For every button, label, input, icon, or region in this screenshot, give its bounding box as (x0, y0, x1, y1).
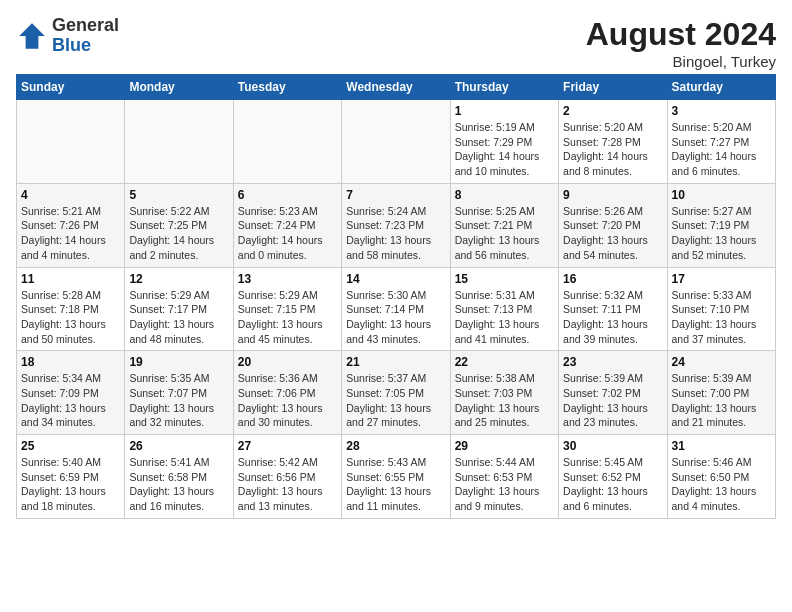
calendar-cell (125, 100, 233, 184)
day-info: Sunrise: 5:43 AMSunset: 6:55 PMDaylight:… (346, 455, 445, 514)
day-number: 16 (563, 272, 662, 286)
page-header: General Blue August 2024 Bingoel, Turkey (16, 16, 776, 70)
calendar-week-row: 1Sunrise: 5:19 AMSunset: 7:29 PMDaylight… (17, 100, 776, 184)
day-info: Sunrise: 5:22 AMSunset: 7:25 PMDaylight:… (129, 204, 228, 263)
logo: General Blue (16, 16, 119, 56)
calendar-cell: 28Sunrise: 5:43 AMSunset: 6:55 PMDayligh… (342, 435, 450, 519)
calendar-week-row: 25Sunrise: 5:40 AMSunset: 6:59 PMDayligh… (17, 435, 776, 519)
day-number: 18 (21, 355, 120, 369)
day-info: Sunrise: 5:39 AMSunset: 7:00 PMDaylight:… (672, 371, 771, 430)
day-number: 30 (563, 439, 662, 453)
calendar-cell: 27Sunrise: 5:42 AMSunset: 6:56 PMDayligh… (233, 435, 341, 519)
day-info: Sunrise: 5:38 AMSunset: 7:03 PMDaylight:… (455, 371, 554, 430)
day-info: Sunrise: 5:37 AMSunset: 7:05 PMDaylight:… (346, 371, 445, 430)
day-info: Sunrise: 5:21 AMSunset: 7:26 PMDaylight:… (21, 204, 120, 263)
logo-blue: Blue (52, 36, 119, 56)
calendar-cell: 14Sunrise: 5:30 AMSunset: 7:14 PMDayligh… (342, 267, 450, 351)
day-info: Sunrise: 5:46 AMSunset: 6:50 PMDaylight:… (672, 455, 771, 514)
day-info: Sunrise: 5:39 AMSunset: 7:02 PMDaylight:… (563, 371, 662, 430)
day-info: Sunrise: 5:24 AMSunset: 7:23 PMDaylight:… (346, 204, 445, 263)
calendar-cell: 7Sunrise: 5:24 AMSunset: 7:23 PMDaylight… (342, 183, 450, 267)
day-info: Sunrise: 5:23 AMSunset: 7:24 PMDaylight:… (238, 204, 337, 263)
calendar-cell: 2Sunrise: 5:20 AMSunset: 7:28 PMDaylight… (559, 100, 667, 184)
calendar-cell: 20Sunrise: 5:36 AMSunset: 7:06 PMDayligh… (233, 351, 341, 435)
day-number: 23 (563, 355, 662, 369)
calendar-week-row: 4Sunrise: 5:21 AMSunset: 7:26 PMDaylight… (17, 183, 776, 267)
calendar-cell (342, 100, 450, 184)
calendar-cell (233, 100, 341, 184)
calendar-cell: 26Sunrise: 5:41 AMSunset: 6:58 PMDayligh… (125, 435, 233, 519)
day-number: 9 (563, 188, 662, 202)
title-block: August 2024 Bingoel, Turkey (586, 16, 776, 70)
calendar-cell: 3Sunrise: 5:20 AMSunset: 7:27 PMDaylight… (667, 100, 775, 184)
calendar-cell: 22Sunrise: 5:38 AMSunset: 7:03 PMDayligh… (450, 351, 558, 435)
day-info: Sunrise: 5:28 AMSunset: 7:18 PMDaylight:… (21, 288, 120, 347)
day-number: 1 (455, 104, 554, 118)
day-info: Sunrise: 5:41 AMSunset: 6:58 PMDaylight:… (129, 455, 228, 514)
day-number: 14 (346, 272, 445, 286)
day-of-week-header: Monday (125, 75, 233, 100)
calendar-cell: 1Sunrise: 5:19 AMSunset: 7:29 PMDaylight… (450, 100, 558, 184)
day-number: 25 (21, 439, 120, 453)
svg-marker-0 (19, 23, 45, 49)
day-number: 24 (672, 355, 771, 369)
day-number: 4 (21, 188, 120, 202)
calendar-cell: 24Sunrise: 5:39 AMSunset: 7:00 PMDayligh… (667, 351, 775, 435)
day-number: 10 (672, 188, 771, 202)
logo-icon (16, 20, 48, 52)
day-info: Sunrise: 5:30 AMSunset: 7:14 PMDaylight:… (346, 288, 445, 347)
calendar-cell: 16Sunrise: 5:32 AMSunset: 7:11 PMDayligh… (559, 267, 667, 351)
calendar-header-row: SundayMondayTuesdayWednesdayThursdayFrid… (17, 75, 776, 100)
logo-general: General (52, 16, 119, 36)
day-number: 12 (129, 272, 228, 286)
day-info: Sunrise: 5:31 AMSunset: 7:13 PMDaylight:… (455, 288, 554, 347)
calendar-week-row: 11Sunrise: 5:28 AMSunset: 7:18 PMDayligh… (17, 267, 776, 351)
day-number: 13 (238, 272, 337, 286)
day-info: Sunrise: 5:27 AMSunset: 7:19 PMDaylight:… (672, 204, 771, 263)
month-title: August 2024 (586, 16, 776, 53)
calendar-cell: 21Sunrise: 5:37 AMSunset: 7:05 PMDayligh… (342, 351, 450, 435)
calendar-cell: 15Sunrise: 5:31 AMSunset: 7:13 PMDayligh… (450, 267, 558, 351)
day-number: 27 (238, 439, 337, 453)
day-info: Sunrise: 5:32 AMSunset: 7:11 PMDaylight:… (563, 288, 662, 347)
calendar-cell: 18Sunrise: 5:34 AMSunset: 7:09 PMDayligh… (17, 351, 125, 435)
day-of-week-header: Sunday (17, 75, 125, 100)
day-of-week-header: Thursday (450, 75, 558, 100)
calendar-week-row: 18Sunrise: 5:34 AMSunset: 7:09 PMDayligh… (17, 351, 776, 435)
calendar-cell (17, 100, 125, 184)
calendar-cell: 13Sunrise: 5:29 AMSunset: 7:15 PMDayligh… (233, 267, 341, 351)
calendar-table: SundayMondayTuesdayWednesdayThursdayFrid… (16, 74, 776, 519)
day-number: 11 (21, 272, 120, 286)
calendar-cell: 30Sunrise: 5:45 AMSunset: 6:52 PMDayligh… (559, 435, 667, 519)
location: Bingoel, Turkey (586, 53, 776, 70)
calendar-cell: 5Sunrise: 5:22 AMSunset: 7:25 PMDaylight… (125, 183, 233, 267)
calendar-cell: 25Sunrise: 5:40 AMSunset: 6:59 PMDayligh… (17, 435, 125, 519)
calendar-cell: 23Sunrise: 5:39 AMSunset: 7:02 PMDayligh… (559, 351, 667, 435)
calendar-cell: 29Sunrise: 5:44 AMSunset: 6:53 PMDayligh… (450, 435, 558, 519)
calendar-cell: 17Sunrise: 5:33 AMSunset: 7:10 PMDayligh… (667, 267, 775, 351)
day-info: Sunrise: 5:20 AMSunset: 7:28 PMDaylight:… (563, 120, 662, 179)
day-number: 6 (238, 188, 337, 202)
day-number: 3 (672, 104, 771, 118)
day-number: 22 (455, 355, 554, 369)
day-info: Sunrise: 5:29 AMSunset: 7:17 PMDaylight:… (129, 288, 228, 347)
day-number: 7 (346, 188, 445, 202)
day-number: 19 (129, 355, 228, 369)
day-info: Sunrise: 5:19 AMSunset: 7:29 PMDaylight:… (455, 120, 554, 179)
day-info: Sunrise: 5:20 AMSunset: 7:27 PMDaylight:… (672, 120, 771, 179)
day-info: Sunrise: 5:35 AMSunset: 7:07 PMDaylight:… (129, 371, 228, 430)
day-of-week-header: Tuesday (233, 75, 341, 100)
day-number: 29 (455, 439, 554, 453)
day-number: 5 (129, 188, 228, 202)
day-number: 21 (346, 355, 445, 369)
day-info: Sunrise: 5:29 AMSunset: 7:15 PMDaylight:… (238, 288, 337, 347)
day-number: 26 (129, 439, 228, 453)
calendar-cell: 31Sunrise: 5:46 AMSunset: 6:50 PMDayligh… (667, 435, 775, 519)
calendar-cell: 19Sunrise: 5:35 AMSunset: 7:07 PMDayligh… (125, 351, 233, 435)
calendar-cell: 10Sunrise: 5:27 AMSunset: 7:19 PMDayligh… (667, 183, 775, 267)
day-of-week-header: Saturday (667, 75, 775, 100)
calendar-cell: 9Sunrise: 5:26 AMSunset: 7:20 PMDaylight… (559, 183, 667, 267)
day-info: Sunrise: 5:36 AMSunset: 7:06 PMDaylight:… (238, 371, 337, 430)
day-info: Sunrise: 5:44 AMSunset: 6:53 PMDaylight:… (455, 455, 554, 514)
calendar-cell: 12Sunrise: 5:29 AMSunset: 7:17 PMDayligh… (125, 267, 233, 351)
